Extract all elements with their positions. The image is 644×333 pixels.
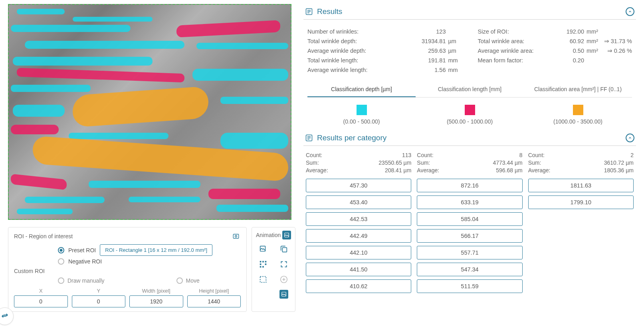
- svg-rect-7: [265, 261, 267, 263]
- anim-picture-icon[interactable]: [279, 290, 288, 299]
- category-value-cell[interactable]: 1799.10: [528, 195, 634, 209]
- category-value-cell[interactable]: 872.16: [417, 179, 522, 192]
- animation-panel: Animation: [252, 227, 295, 312]
- category-value-cell[interactable]: 547.34: [417, 263, 522, 276]
- results-collapse-button[interactable]: [626, 7, 634, 16]
- move-label: Move: [186, 277, 200, 284]
- category-value-cell[interactable]: 442.49: [306, 229, 411, 243]
- category-table-col: 1811.631799.10: [528, 179, 634, 293]
- category-table-col: 457.30453.40442.53442.49442.10441.50410.…: [306, 179, 411, 293]
- negative-roi-label: Negative ROI: [68, 258, 102, 265]
- stat-row: Total wrinkle area:60.92mm²⇒ 31.73 %: [478, 38, 632, 44]
- anim-gallery-icon[interactable]: [258, 244, 268, 254]
- category-table-col: 872.16633.19585.04566.17557.71547.34511.…: [417, 179, 522, 293]
- width-input[interactable]: [129, 295, 183, 307]
- stat-row: Size of ROI:192.00mm²: [478, 28, 632, 35]
- results-per-category-header: Results per category: [303, 130, 636, 146]
- anim-qr-icon[interactable]: [258, 259, 268, 269]
- results-title: Results: [317, 7, 622, 16]
- preset-roi-radio[interactable]: [58, 247, 64, 253]
- animation-image-icon[interactable]: [282, 231, 291, 239]
- draw-manually-label: Draw manually: [67, 277, 105, 284]
- category-stats-col: Count:113 Sum:23550.65 µm Average:208.41…: [306, 151, 411, 175]
- svg-rect-9: [265, 263, 267, 265]
- x-label: X: [14, 288, 68, 294]
- svg-rect-4: [282, 247, 287, 252]
- category-value-cell[interactable]: 453.40: [306, 195, 411, 209]
- tab-classification-depth[interactable]: Classification depth [µm]: [307, 82, 416, 97]
- draw-manually-radio[interactable]: [58, 277, 64, 284]
- svg-rect-0: [233, 234, 239, 239]
- category-value-cell[interactable]: 457.30: [306, 179, 411, 192]
- category-value-cell[interactable]: 511.59: [417, 279, 522, 293]
- stat-row: Total wrinkle depth:31934.81µm: [307, 38, 462, 44]
- category-stats-col: Count:8 Sum:4773.44 µm Average:596.68 µm: [417, 151, 522, 175]
- svg-rect-8: [260, 263, 262, 265]
- y-input[interactable]: [72, 295, 126, 307]
- anim-select-icon[interactable]: [258, 275, 268, 284]
- category-value-cell[interactable]: 1811.63: [528, 179, 634, 192]
- stat-row: Number of wrinkles:123: [307, 28, 462, 35]
- anim-add-icon[interactable]: [279, 275, 289, 284]
- roi-title: ROI - Region of interest: [14, 233, 73, 239]
- svg-point-1: [235, 235, 237, 237]
- category-value-cell[interactable]: 633.19: [417, 195, 522, 209]
- preset-roi-label: Preset ROI: [68, 247, 96, 253]
- rpc-icon: [305, 134, 313, 142]
- height-label: Height [pixel]: [187, 288, 241, 294]
- animation-title: Animation: [256, 232, 281, 238]
- anim-copy-icon[interactable]: [279, 244, 289, 254]
- tab-classification-area[interactable]: Classification area [mm²] | FF (0..1): [524, 82, 632, 97]
- svg-rect-5: [260, 261, 262, 263]
- category-value-cell[interactable]: 557.71: [417, 246, 522, 259]
- category-value-cell[interactable]: 410.62: [306, 279, 411, 293]
- svg-rect-12: [260, 277, 266, 283]
- custom-roi-label: Custom ROI: [14, 268, 241, 274]
- stat-row: Mean form factor:0.20: [478, 57, 632, 64]
- category-value-cell[interactable]: 441.50: [306, 263, 411, 276]
- stat-row: Average wrinkle area:0.50mm²⇒ 0.26 %: [478, 48, 632, 54]
- results-header: Results: [303, 4, 636, 20]
- roi-snapshot-icon[interactable]: [231, 231, 241, 241]
- width-label: Width [pixel]: [129, 288, 183, 294]
- stat-row: Average wrinkle length:1.56mm: [307, 67, 462, 73]
- y-label: Y: [72, 288, 126, 294]
- height-input[interactable]: [187, 295, 241, 307]
- rpc-collapse-button[interactable]: [626, 134, 634, 142]
- x-input[interactable]: [14, 295, 68, 307]
- roi-panel: ROI - Region of interest Preset ROI ROI …: [8, 227, 247, 312]
- svg-rect-6: [262, 261, 264, 263]
- negative-roi-radio[interactable]: [58, 258, 64, 265]
- category-stats-col: Count:2 Sum:3610.72 µm Average:1805.36 µ…: [528, 151, 634, 175]
- rpc-title: Results per category: [317, 134, 622, 142]
- anim-fullscreen-icon[interactable]: [279, 259, 289, 269]
- legend-item: (0.00 - 500.00): [307, 105, 416, 125]
- stat-row: Total wrinkle length:191.81mm: [307, 57, 462, 64]
- svg-rect-10: [260, 266, 262, 268]
- category-value-cell[interactable]: 442.10: [306, 246, 411, 259]
- roi-preset-select[interactable]: ROI - Rectangle 1 [16 x 12 mm / 192.0 mm…: [100, 244, 212, 256]
- analysis-image[interactable]: [8, 4, 291, 220]
- category-value-cell[interactable]: 585.04: [417, 212, 522, 226]
- legend-item: (500.00 - 1000.00): [416, 105, 524, 125]
- results-icon: [305, 8, 313, 16]
- category-value-cell[interactable]: 566.17: [417, 229, 522, 243]
- legend-item: (1000.00 - 3500.00): [524, 105, 632, 125]
- tab-classification-length[interactable]: Classification length [mm]: [416, 82, 524, 97]
- svg-rect-11: [262, 266, 264, 268]
- category-value-cell[interactable]: 442.53: [306, 212, 411, 226]
- move-radio[interactable]: [176, 277, 183, 284]
- stat-row: Average wrinkle depth:259.63µm: [307, 48, 462, 54]
